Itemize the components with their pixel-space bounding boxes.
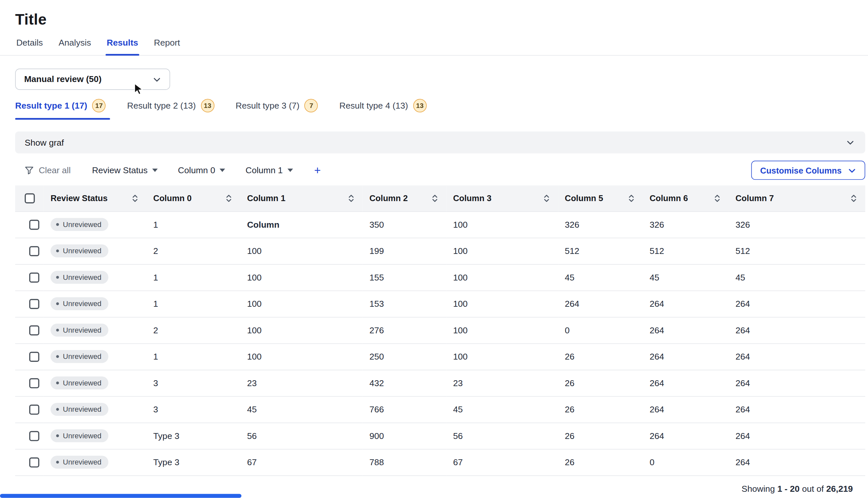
sort-button[interactable] — [132, 193, 139, 204]
show-graf-accordion[interactable]: Show graf — [15, 132, 865, 154]
column-header[interactable]: Column 7 — [729, 185, 865, 211]
row-checkbox-cell — [15, 238, 44, 264]
row-checkbox[interactable] — [29, 299, 39, 309]
nav-tab[interactable]: Details — [15, 38, 44, 55]
status-badge-label: Unreviewed — [63, 300, 101, 308]
sort-button[interactable] — [225, 193, 232, 204]
table-cell: 26 — [558, 343, 643, 370]
table-cell: 276 — [363, 317, 446, 343]
column-header[interactable]: Column 1 — [240, 185, 363, 211]
table-cell-value: 56 — [247, 431, 257, 440]
row-checkbox[interactable] — [29, 431, 39, 441]
sort-button[interactable] — [348, 193, 355, 204]
table-row[interactable]: Unreviewed 21002761000264264 — [15, 317, 865, 343]
column-header-label: Column 0 — [153, 194, 192, 203]
table-cell-value: 264 — [735, 351, 750, 361]
column-header[interactable]: Column 2 — [363, 185, 446, 211]
result-type-tab[interactable]: Result type 4 (13) 13 — [339, 97, 429, 120]
sort-button[interactable] — [628, 193, 635, 204]
table-row[interactable]: Unreviewed 1100153100264264264 — [15, 291, 865, 317]
customise-columns-button[interactable]: Customise Columns — [751, 161, 865, 180]
column-header[interactable]: Column 3 — [446, 185, 558, 211]
filter-chip-label: Review Status — [92, 165, 148, 175]
table-cell: 326 — [558, 211, 643, 238]
row-checkbox[interactable] — [29, 246, 39, 256]
table-row[interactable]: Unreviewed 1Column350100326326326 — [15, 211, 865, 238]
table-cell-value: 23 — [453, 378, 463, 388]
result-type-tab-label: Result type 1 (17) — [15, 101, 87, 111]
nav-tab-label: Analysis — [59, 38, 91, 47]
nav-tab[interactable]: Analysis — [57, 38, 92, 55]
sort-button[interactable] — [714, 193, 721, 204]
table-cell-value: 264 — [650, 378, 664, 388]
table-cell-value: 0 — [650, 457, 655, 467]
table-cell-value: 45 — [247, 404, 257, 414]
table-cell: 264 — [729, 396, 865, 423]
pagination-total: 26,219 — [826, 484, 853, 493]
table-cell: 100 — [446, 343, 558, 370]
table-cell-value: 264 — [565, 299, 579, 308]
column-header-label: Column 7 — [735, 194, 774, 203]
row-checkbox[interactable] — [29, 457, 39, 468]
horizontal-scrollbar-thumb[interactable] — [0, 494, 242, 498]
row-checkbox[interactable] — [29, 220, 39, 230]
table-row[interactable]: Unreviewed 3234322326264264 — [15, 370, 865, 396]
table-cell: 56 — [240, 422, 363, 449]
row-checkbox[interactable] — [29, 273, 39, 283]
table-cell-value: 1 — [153, 220, 158, 229]
clear-all-filters-button[interactable]: Clear all — [15, 165, 70, 175]
table-cell-value: 264 — [650, 404, 664, 414]
column-header[interactable]: Column 5 — [558, 185, 643, 211]
table-cell: 100 — [240, 238, 363, 264]
status-badge: Unreviewed — [51, 377, 108, 390]
row-checkbox[interactable] — [29, 405, 39, 415]
table-cell-value: 155 — [369, 272, 384, 282]
column-header[interactable]: Column 6 — [643, 185, 729, 211]
table-cell-value: 264 — [735, 457, 750, 467]
table-cell: 2 — [147, 317, 240, 343]
row-checkbox[interactable] — [29, 325, 39, 336]
table-row[interactable]: Unreviewed 3457664526264264 — [15, 396, 865, 423]
table-cell: 326 — [729, 211, 865, 238]
review-filter-dropdown[interactable]: Manual review (50) — [15, 68, 170, 90]
review-status-cell: Unreviewed — [44, 291, 147, 317]
nav-tab[interactable]: Results — [106, 38, 139, 55]
sort-button[interactable] — [850, 193, 857, 204]
table-cell-value: 23 — [247, 378, 257, 388]
column-header[interactable]: Column 0 — [147, 185, 240, 211]
column-header[interactable]: Review Status — [44, 185, 147, 211]
status-badge-label: Unreviewed — [63, 220, 101, 229]
table-cell-value: 512 — [650, 246, 664, 255]
sort-button[interactable] — [431, 193, 438, 204]
horizontal-scrollbar[interactable] — [0, 494, 868, 498]
table-cell-value: 3 — [153, 378, 158, 388]
filter-chip[interactable]: Column 1 — [245, 165, 293, 175]
table-cell: 100 — [240, 291, 363, 317]
row-checkbox-cell — [15, 343, 44, 370]
row-checkbox[interactable] — [29, 378, 39, 389]
sort-button[interactable] — [543, 193, 550, 204]
status-dot-icon — [56, 276, 59, 279]
table-row[interactable]: Unreviewed 1100155100454545 — [15, 264, 865, 291]
filter-chip[interactable]: Column 0 — [178, 165, 225, 175]
result-type-tab[interactable]: Result type 3 (7) 7 — [236, 97, 320, 120]
result-type-tab[interactable]: Result type 1 (17) 17 — [15, 97, 108, 120]
table-row[interactable]: Unreviewed Type 3569005626264264 — [15, 422, 865, 449]
table-cell: 199 — [363, 238, 446, 264]
table-row[interactable]: Unreviewed Type 36778867260264 — [15, 449, 865, 476]
table-cell: 100 — [446, 264, 558, 291]
status-badge: Unreviewed — [51, 403, 108, 416]
select-all-checkbox[interactable] — [25, 194, 35, 204]
pagination-infix: out of — [800, 484, 826, 493]
row-checkbox-cell — [15, 396, 44, 423]
add-filter-button[interactable]: + — [312, 164, 323, 176]
table-cell: 100 — [240, 264, 363, 291]
row-checkbox[interactable] — [29, 352, 39, 362]
filter-toolbar: Clear all Review Status Column 0 Column … — [15, 161, 865, 180]
table-cell: 100 — [446, 238, 558, 264]
table-row[interactable]: Unreviewed 110025010026264264 — [15, 343, 865, 370]
nav-tab[interactable]: Report — [153, 38, 181, 55]
table-row[interactable]: Unreviewed 2100199100512512512 — [15, 238, 865, 264]
filter-chip[interactable]: Review Status — [92, 165, 158, 175]
result-type-tab[interactable]: Result type 2 (13) 13 — [127, 97, 217, 120]
